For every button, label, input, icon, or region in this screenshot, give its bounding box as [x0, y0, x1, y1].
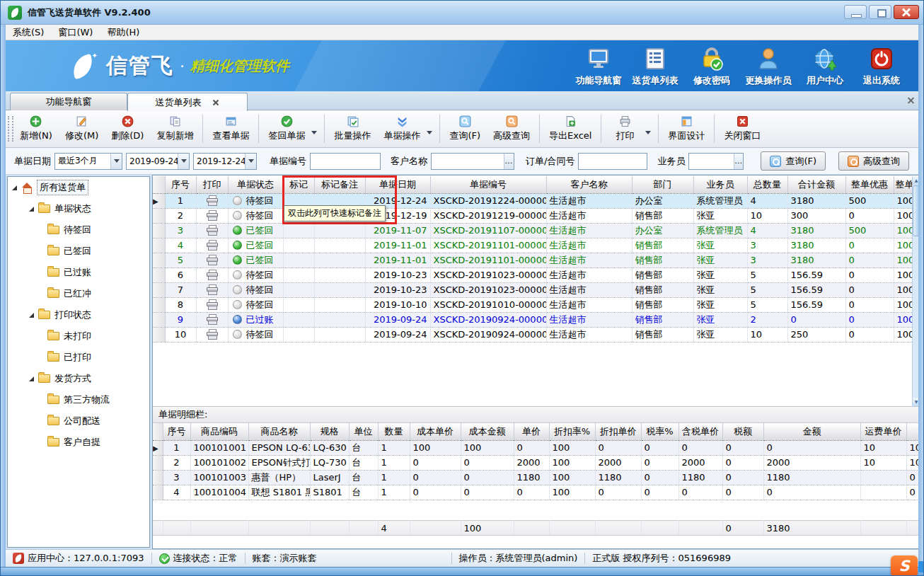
- tree-item-signed[interactable]: 已签回: [8, 241, 149, 262]
- cell-seq[interactable]: 10: [165, 327, 196, 342]
- detail-cell[interactable]: 0: [906, 470, 919, 485]
- menu-window[interactable]: 窗口(W): [51, 25, 100, 40]
- cell-last[interactable]: 100: [894, 223, 912, 238]
- detail-cell[interactable]: 0: [514, 440, 549, 455]
- cell-amount[interactable]: 156.59: [787, 282, 845, 297]
- detail-cell[interactable]: 联想 S1801 黑: [248, 485, 310, 500]
- detail-column-header[interactable]: 运费单价: [860, 423, 906, 440]
- detail-cell[interactable]: 100101001: [190, 440, 248, 455]
- maximize-button[interactable]: [869, 5, 891, 19]
- toolbar-button-close-window[interactable]: 关闭窗口: [717, 113, 767, 145]
- cell-discount[interactable]: 0: [845, 253, 894, 267]
- banner-action-switch-operator[interactable]: 更换操作员: [740, 46, 797, 87]
- bill-no-input[interactable]: [311, 154, 380, 169]
- cell-discount[interactable]: 500: [845, 193, 894, 208]
- cell-date[interactable]: 2019-09-24: [365, 312, 430, 327]
- toolbar-button-ui-design[interactable]: 界面设计: [662, 113, 711, 145]
- order-row[interactable]: 3已签回2019-11-07XSCKD-20191107-000003生活超市办…: [153, 223, 912, 238]
- detail-cell[interactable]: 2000: [678, 455, 722, 470]
- cell-marknote[interactable]: [314, 223, 365, 238]
- detail-cell[interactable]: 1180: [678, 470, 722, 485]
- orders-column-header[interactable]: 序号: [165, 176, 196, 193]
- detail-cell[interactable]: 3: [163, 470, 190, 485]
- cell-status[interactable]: 已签回: [228, 253, 283, 267]
- cell-salesman[interactable]: 张亚: [693, 267, 747, 282]
- cell-last[interactable]: 100: [894, 253, 912, 267]
- detail-column-header[interactable]: 税率%: [641, 423, 678, 440]
- detail-column-header[interactable]: 商品编码: [190, 423, 248, 440]
- detail-cell[interactable]: S1801: [310, 485, 349, 500]
- cell-seq[interactable]: 5: [165, 253, 196, 267]
- detail-cell[interactable]: 0: [595, 485, 641, 500]
- detail-row[interactable]: 3100101003惠普（HP）LaserJ台10011801001180011…: [153, 470, 919, 485]
- cell-marknote[interactable]: [314, 312, 365, 327]
- cell-status[interactable]: 待签回: [228, 282, 283, 297]
- cell-customer[interactable]: 生活超市: [546, 238, 632, 253]
- detail-cell[interactable]: 0: [678, 485, 722, 500]
- cell-mark[interactable]: [283, 253, 314, 267]
- detail-cell[interactable]: 1180: [595, 470, 641, 485]
- tab-close-icon[interactable]: [212, 98, 220, 107]
- detail-column-header[interactable]: 税额: [722, 423, 763, 440]
- detail-column-header[interactable]: 商品名称: [248, 423, 310, 440]
- tab-nav-window[interactable]: 功能导航窗: [10, 93, 127, 110]
- detail-cell[interactable]: EPSON LQ-630K: [248, 440, 310, 455]
- detail-cell[interactable]: [860, 470, 906, 485]
- row-indicator[interactable]: ▶: [153, 440, 163, 455]
- cell-amount[interactable]: 3180: [787, 238, 845, 253]
- detail-cell[interactable]: 0: [410, 470, 461, 485]
- cell-date[interactable]: 2019-10-10: [365, 297, 430, 312]
- cell-salesman[interactable]: 张亚: [693, 312, 747, 327]
- cell-print[interactable]: [196, 327, 228, 342]
- cell-last[interactable]: 100: [894, 267, 912, 282]
- cell-qty[interactable]: 3: [747, 238, 787, 253]
- tree-item-third-party-logistics[interactable]: 第三方物流: [8, 389, 149, 410]
- cell-last[interactable]: 100: [894, 193, 912, 208]
- row-indicator[interactable]: [153, 327, 165, 342]
- doc-ops-dropdown-icon[interactable]: [427, 131, 432, 137]
- cell-no[interactable]: XSCKD-20191101-000002: [430, 238, 546, 253]
- cell-qty[interactable]: 10: [747, 327, 787, 342]
- cell-qty[interactable]: 10: [747, 208, 787, 223]
- row-indicator[interactable]: [153, 253, 165, 267]
- cell-marknote[interactable]: [314, 267, 365, 282]
- detail-column-header[interactable]: 成本金额: [461, 423, 514, 440]
- detail-cell[interactable]: LQ-730: [310, 455, 349, 470]
- cell-salesman[interactable]: 系统管理员: [693, 193, 747, 208]
- cell-print[interactable]: [196, 193, 228, 208]
- cell-mark[interactable]: [283, 267, 314, 282]
- detail-cell[interactable]: 0: [641, 470, 678, 485]
- detail-cell[interactable]: 0: [722, 470, 763, 485]
- combo-arrow-icon[interactable]: [178, 154, 189, 169]
- minimize-button[interactable]: [844, 5, 867, 19]
- cell-discount[interactable]: 0: [845, 282, 894, 297]
- cell-date[interactable]: 2019-11-07: [365, 223, 430, 238]
- detail-cell[interactable]: 惠普（HP）: [248, 470, 310, 485]
- detail-cell[interactable]: 100: [410, 440, 461, 455]
- date-to-combo[interactable]: 2019-12-24: [193, 153, 257, 170]
- cell-status[interactable]: 待签回: [228, 297, 283, 312]
- cell-discount[interactable]: 0: [845, 327, 894, 342]
- cell-dept[interactable]: 销售部: [632, 238, 693, 253]
- date-from-combo[interactable]: 2019-09-24: [126, 153, 190, 170]
- cell-mark[interactable]: [283, 297, 314, 312]
- detail-cell[interactable]: 台: [349, 455, 378, 470]
- combo-arrow-icon[interactable]: [110, 154, 122, 169]
- cell-discount[interactable]: 0: [845, 238, 894, 253]
- cell-status[interactable]: 待签回: [228, 208, 283, 223]
- detail-cell[interactable]: LQ-630: [310, 440, 349, 455]
- close-button[interactable]: [894, 5, 919, 19]
- cell-last[interactable]: 100: [894, 238, 912, 253]
- cell-dept[interactable]: 销售部: [632, 208, 693, 223]
- detail-cell[interactable]: 0: [763, 485, 860, 500]
- cell-print[interactable]: [196, 238, 228, 253]
- detail-cell[interactable]: 0: [410, 485, 461, 500]
- detail-cell[interactable]: 0: [722, 485, 763, 500]
- toolbar-button-print[interactable]: 打印: [604, 113, 645, 145]
- cell-no[interactable]: XSCKD-20191010-000001: [430, 297, 546, 312]
- print-dropdown-icon[interactable]: [645, 131, 651, 137]
- cell-status[interactable]: 待签回: [228, 193, 283, 208]
- toolbar-button-doc-ops[interactable]: 单据操作: [377, 113, 427, 145]
- cell-marknote[interactable]: [314, 238, 365, 253]
- menu-help[interactable]: 帮助(H): [100, 25, 146, 40]
